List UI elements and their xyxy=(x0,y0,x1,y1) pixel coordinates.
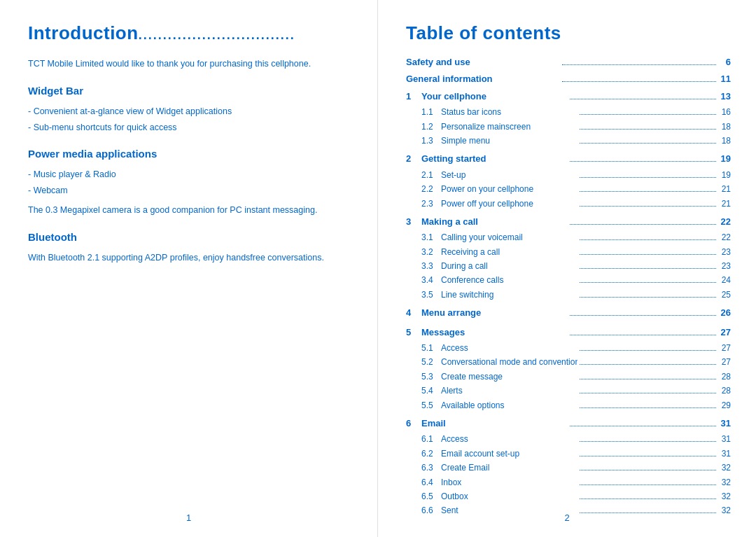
toc-sub-page: 22 xyxy=(718,230,731,244)
toc-sub-item: 6.5Outbox32 xyxy=(406,489,731,503)
bluetooth-heading: Bluetooth xyxy=(28,231,352,243)
toc-section: 6Email316.1Access 316.2Email account set… xyxy=(406,415,731,518)
toc-sub-num: 5.4 xyxy=(421,384,441,398)
toc-sub-label: Receiving a call xyxy=(441,245,578,259)
toc-sub-num: 3.3 xyxy=(421,259,441,273)
toc-sub-page: 27 xyxy=(718,341,731,355)
toc-sub-item: 1.2Personalize mainscreen18 xyxy=(406,120,731,134)
toc-sub-label: Inbox xyxy=(441,475,578,489)
toc-sub-num: 6.1 xyxy=(421,432,441,446)
toc-sub-num: 6.2 xyxy=(421,447,441,461)
toc-sub-item: 5.3Create message28 xyxy=(406,370,731,384)
toc-sub-page: 28 xyxy=(718,384,731,398)
widget-bar-item-2: - Sub-menu shortcuts for quick access xyxy=(28,120,352,136)
toc-sub-label: Available options xyxy=(441,398,578,412)
toc-sub-num: 3.5 xyxy=(421,288,441,302)
toc-label: General information xyxy=(406,71,560,87)
toc-section-header: 5Messages27 xyxy=(406,324,731,340)
toc-sub-item: 2.2Power on your cellphone21 xyxy=(406,182,731,196)
toc-sub-label: Personalize mainscreen xyxy=(441,120,578,134)
toc-sub-num: 2.1 xyxy=(421,168,441,182)
toc-section-label: Your cellphone xyxy=(421,88,568,104)
toc-dots xyxy=(580,350,716,351)
toc-sub-num: 5.5 xyxy=(421,398,441,412)
toc-sub-page: 29 xyxy=(718,398,731,412)
toc-sub-page: 24 xyxy=(718,273,731,287)
toc-dots xyxy=(580,441,716,442)
toc-sub-num: 1.2 xyxy=(421,120,441,134)
toc-container: Safety and use6General information 111Yo… xyxy=(406,54,731,518)
toc-sub-item: 3.1Calling your voicemail 22 xyxy=(406,230,731,244)
toc-title: Table of contents xyxy=(406,22,731,44)
toc-dots xyxy=(580,191,716,192)
widget-bar-item-1: - Convenient at-a-glance view of Widget … xyxy=(28,104,352,120)
toc-sub-label: Access xyxy=(441,341,578,355)
toc-dots xyxy=(580,297,716,298)
toc-sub-page: 16 xyxy=(718,105,731,119)
camera-text: The 0.3 Megapixel camera is a good compa… xyxy=(28,202,352,218)
toc-section-page: 31 xyxy=(718,415,731,431)
toc-section-label: Making a call xyxy=(421,214,568,230)
toc-main-item: General information 11 xyxy=(406,71,731,87)
toc-sub-num: 3.1 xyxy=(421,230,441,244)
toc-sub-label: Power off your cellphone xyxy=(441,197,578,211)
toc-sub-label: Power on your cellphone xyxy=(441,182,578,196)
toc-sub-item: 6.2Email account set-up31 xyxy=(406,447,731,461)
toc-panel: Table of contents Safety and use6General… xyxy=(378,0,756,537)
toc-dots xyxy=(570,426,716,426)
toc-sub-num: 6.6 xyxy=(421,503,441,517)
toc-sub-label: Alerts xyxy=(441,384,578,398)
toc-sub-page: 18 xyxy=(718,134,731,148)
toc-sub-item: 2.1Set-up 19 xyxy=(406,168,731,182)
toc-sub-label: Outbox xyxy=(441,489,578,503)
toc-section: 1Your cellphone131.1Status bar icons161.… xyxy=(406,88,731,148)
toc-sub-label: Conference calls xyxy=(441,273,578,287)
toc-dots xyxy=(580,456,716,456)
toc-sub-item: 3.5Line switching25 xyxy=(406,288,731,302)
toc-sub-item: 6.4Inbox32 xyxy=(406,475,731,489)
toc-sub-num: 1.1 xyxy=(421,105,441,119)
toc-sub-num: 6.3 xyxy=(421,461,441,475)
toc-section-header: 4Menu arrange26 xyxy=(406,305,731,321)
toc-section-header: 2Getting started19 xyxy=(406,151,731,167)
toc-sub-item: 3.3During a call23 xyxy=(406,259,731,273)
toc-dots xyxy=(580,498,716,499)
toc-section-num: 6 xyxy=(406,415,421,431)
toc-sub-num: 5.1 xyxy=(421,341,441,355)
toc-sub-label: Create message xyxy=(441,370,578,384)
toc-sub-label: Sent xyxy=(441,503,578,517)
toc-sub-page: 31 xyxy=(718,447,731,461)
toc-sub-item: 3.4Conference calls 24 xyxy=(406,273,731,287)
toc-sub-num: 5.3 xyxy=(421,370,441,384)
toc-sub-page: 25 xyxy=(718,288,731,302)
toc-dots xyxy=(580,239,716,240)
toc-dots xyxy=(580,268,716,269)
toc-sub-item: 1.3Simple menu 18 xyxy=(406,134,731,148)
toc-sub-num: 6.4 xyxy=(421,475,441,489)
title-dots: ................................ xyxy=(139,28,295,42)
toc-sub-item: 6.1Access 31 xyxy=(406,432,731,446)
toc-sub-num: 2.3 xyxy=(421,197,441,211)
toc-main-item: Safety and use6 xyxy=(406,54,731,70)
toc-dots xyxy=(580,282,716,283)
power-media-item-2: - Webcam xyxy=(28,183,352,199)
toc-sub-page: 21 xyxy=(718,182,731,196)
toc-sub-page: 27 xyxy=(718,355,731,369)
toc-section: 4Menu arrange26 xyxy=(406,305,731,321)
toc-section-num: 1 xyxy=(406,88,421,104)
toc-dots xyxy=(562,81,716,82)
toc-section-page: 22 xyxy=(718,214,731,230)
toc-sub-item: 5.5Available options29 xyxy=(406,398,731,412)
toc-dots xyxy=(580,254,716,255)
toc-sub-page: 32 xyxy=(718,503,731,517)
toc-dots xyxy=(570,99,716,99)
toc-dots xyxy=(580,470,716,470)
toc-section-header: 1Your cellphone13 xyxy=(406,88,731,104)
power-media-content: - Music player & Radio - Webcam The 0.3 … xyxy=(28,167,352,218)
toc-section: 5Messages275.1Access 275.2Conversational… xyxy=(406,324,731,412)
toc-section-num: 2 xyxy=(406,151,421,167)
toc-section-header: 3Making a call 22 xyxy=(406,214,731,230)
page: Introduction............................… xyxy=(0,0,756,537)
toc-page: 11 xyxy=(718,71,731,87)
toc-dots xyxy=(580,484,716,485)
